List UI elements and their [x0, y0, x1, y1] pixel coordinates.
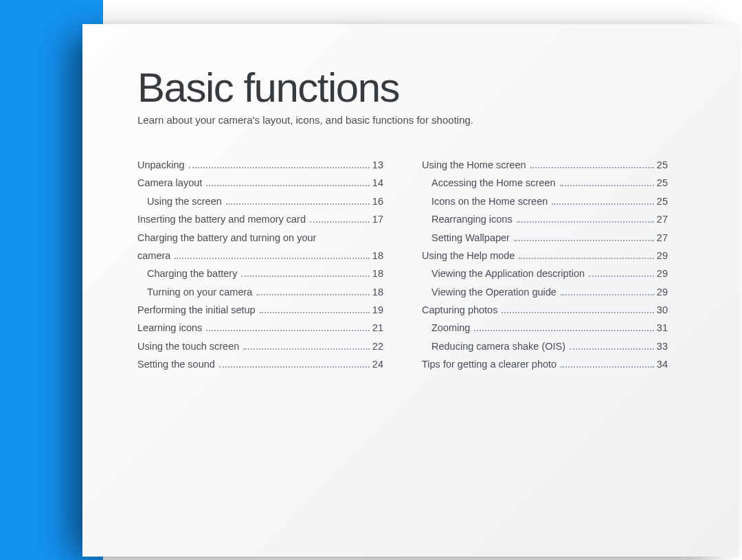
toc-entry[interactable]: Performing the initial setup19 [137, 301, 383, 319]
viewport: Basic functions Learn about your camera'… [0, 0, 742, 560]
dot-leader [560, 185, 654, 186]
toc-entry-label: Setting the sound [137, 355, 215, 373]
dot-leader [561, 366, 654, 368]
dot-leader [219, 366, 370, 368]
toc-entry[interactable]: Reducing camera shake (OIS)33 [422, 337, 668, 355]
toc-entry[interactable]: Tips for getting a clearer photo34 [422, 355, 668, 373]
dot-leader [474, 330, 653, 331]
toc-entry-label: Accessing the Home screen [431, 174, 556, 192]
toc-entry[interactable]: camera18 [137, 247, 383, 265]
toc-entry-page: 29 [657, 265, 668, 282]
toc-entry-label: Unpacking [137, 156, 185, 174]
toc-entry-label: Using the touch screen [137, 337, 239, 355]
toc-entry-label: Reducing camera shake (OIS) [431, 337, 565, 355]
toc-entry[interactable]: Icons on the Home screen25 [422, 192, 668, 210]
toc-entry[interactable]: Unpacking13 [137, 156, 383, 174]
toc-entry-page: 25 [657, 156, 668, 174]
toc-entry[interactable]: Accessing the Home screen25 [422, 174, 668, 192]
toc-entry[interactable]: Setting the sound24 [137, 355, 383, 373]
toc-entry-label: Learning icons [137, 319, 202, 337]
toc-entry-page: 13 [372, 156, 383, 174]
toc-entry[interactable]: Viewing the Application description29 [422, 265, 668, 282]
toc-entry[interactable]: Charging the battery18 [137, 265, 383, 282]
content-area: Basic functions Learn about your camera'… [82, 24, 739, 374]
table-of-contents: Unpacking13Camera layout14Using the scre… [137, 156, 690, 374]
toc-entry-label: Setting Wallpaper [431, 229, 510, 247]
toc-entry[interactable]: Using the screen16 [137, 192, 383, 210]
toc-entry-label: Tips for getting a clearer photo [422, 355, 556, 373]
toc-entry-page: 25 [657, 192, 668, 210]
toc-entry[interactable]: Using the Help mode29 [422, 247, 668, 265]
dot-leader [206, 185, 370, 186]
toc-entry-page: 22 [372, 337, 383, 355]
toc-entry-page: 18 [372, 265, 383, 282]
dot-leader [517, 221, 654, 223]
toc-entry-label: Viewing the Application description [431, 265, 585, 282]
toc-column-right: Using the Home screen25Accessing the Hom… [422, 156, 668, 374]
toc-entry-page: 17 [372, 210, 383, 228]
dot-leader [570, 348, 654, 350]
toc-entry-label: Capturing photos [422, 301, 497, 319]
dot-leader [310, 221, 370, 223]
dot-leader [241, 276, 369, 277]
dot-leader [226, 203, 370, 205]
toc-entry-label: Using the Help mode [422, 247, 515, 265]
toc-entry[interactable]: Capturing photos30 [422, 301, 668, 319]
toc-entry-label: Charging the battery [147, 265, 237, 282]
toc-entry-wrap: Charging the battery and turning on your [137, 229, 383, 247]
toc-entry[interactable]: Turning on your camera18 [137, 283, 383, 301]
toc-entry-label: Using the screen [147, 192, 222, 210]
toc-entry[interactable]: Learning icons21 [137, 319, 383, 337]
toc-entry-label: Inserting the battery and memory card [137, 210, 306, 228]
dot-leader [561, 294, 654, 295]
toc-entry-page: 33 [657, 337, 668, 355]
toc-entry-label: Camera layout [137, 174, 202, 192]
toc-entry-page: 21 [372, 319, 383, 337]
toc-entry-page: 18 [372, 247, 383, 265]
dot-leader [502, 312, 653, 313]
page-sheet: Basic functions Learn about your camera'… [82, 24, 739, 557]
toc-entry-label: Rearranging icons [431, 210, 513, 228]
dot-leader [514, 240, 654, 241]
toc-entry-label: Zooming [431, 319, 470, 337]
toc-entry-page: 29 [657, 247, 668, 265]
toc-column-left: Unpacking13Camera layout14Using the scre… [137, 156, 383, 374]
toc-entry[interactable]: Rearranging icons27 [422, 210, 668, 228]
dot-leader [519, 258, 653, 259]
dot-leader [189, 167, 370, 168]
toc-entry[interactable]: Using the Home screen25 [422, 156, 668, 174]
page-subtitle: Learn about your camera's layout, icons,… [137, 114, 690, 126]
toc-entry[interactable]: Zooming31 [422, 319, 668, 337]
toc-entry-label: Turning on your camera [147, 283, 252, 301]
dot-leader [552, 203, 654, 205]
dot-leader [589, 276, 654, 277]
toc-entry[interactable]: Viewing the Operation guide29 [422, 283, 668, 301]
toc-entry-page: 25 [657, 174, 668, 192]
toc-entry-page: 34 [657, 355, 668, 373]
dot-leader [243, 348, 370, 350]
dot-leader [256, 294, 369, 295]
toc-entry-page: 16 [372, 192, 383, 210]
toc-entry[interactable]: Setting Wallpaper27 [422, 229, 668, 247]
dot-leader [530, 167, 654, 168]
toc-entry[interactable]: Camera layout14 [137, 174, 383, 192]
toc-entry-label: Using the Home screen [422, 156, 526, 174]
toc-entry-page: 31 [657, 319, 668, 337]
toc-entry-label: Icons on the Home screen [431, 192, 548, 210]
toc-entry[interactable]: Inserting the battery and memory card17 [137, 210, 383, 228]
page-title: Basic functions [137, 64, 690, 111]
toc-entry-page: 27 [657, 210, 668, 228]
toc-entry-page: 30 [657, 301, 668, 319]
toc-entry-label: Viewing the Operation guide [431, 283, 556, 301]
toc-entry-label: camera [137, 247, 170, 265]
toc-entry-label: Performing the initial setup [137, 301, 256, 319]
toc-entry-page: 29 [657, 283, 668, 301]
toc-entry-page: 19 [372, 301, 383, 319]
toc-entry-page: 24 [372, 355, 383, 373]
toc-entry[interactable]: Using the touch screen22 [137, 337, 383, 355]
dot-leader [206, 330, 370, 331]
toc-entry-page: 27 [657, 229, 668, 247]
toc-entry-page: 18 [372, 283, 383, 301]
dot-leader [260, 312, 370, 313]
toc-entry-page: 14 [372, 174, 383, 192]
